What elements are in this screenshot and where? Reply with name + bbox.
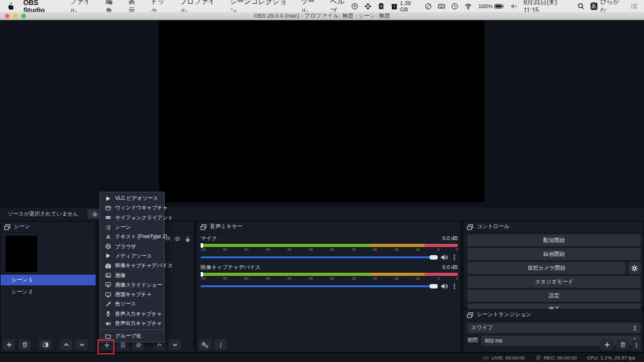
mixer-settings-button[interactable] — [199, 339, 211, 350]
start-virtual-camera-button[interactable]: 仮想カメラ開始 — [467, 262, 626, 274]
preview-canvas[interactable] — [159, 21, 484, 202]
menu-item-media-source[interactable]: メディアソース — [100, 251, 164, 261]
channel-name: 映像キャプチャデバイス — [201, 264, 260, 272]
menu-item-browser[interactable]: ブラウザ — [100, 241, 164, 251]
menu-separator — [101, 329, 164, 330]
scene-up-button[interactable] — [60, 339, 72, 350]
speaker-icon[interactable] — [440, 253, 448, 261]
dropbox-icon[interactable] — [364, 3, 372, 10]
plus-icon — [604, 341, 611, 348]
dots-vertical-icon — [633, 341, 640, 349]
remove-transition-button[interactable] — [616, 339, 629, 350]
menu-item-syphon-client[interactable]: サイフォンクライアント — [100, 213, 164, 222]
volume-icon[interactable] — [510, 3, 518, 10]
search-icon[interactable] — [577, 3, 585, 10]
audio-mixer-dock: 音声ミキサー マイク 0.0 dB -60-55-50-45-40-35-30-… — [196, 221, 461, 353]
transitions-dock-header[interactable]: シーントランジション — [464, 310, 643, 321]
eye-icon[interactable] — [174, 235, 181, 243]
remove-scene-button[interactable] — [18, 339, 31, 350]
rec-status: REC: 00:00:00 — [535, 354, 577, 361]
bin-icon — [391, 3, 398, 10]
do-not-disturb-icon[interactable] — [425, 3, 432, 10]
menu-item-window-capture[interactable]: ウィンドウキャプチャ — [100, 203, 164, 212]
storage-status[interactable]: 1.39 GB — [391, 0, 419, 13]
window-capture-icon — [105, 205, 111, 211]
broadcast-icon — [482, 354, 489, 361]
start-recording-button[interactable]: 録画開始 — [467, 248, 641, 260]
keyboard-icon[interactable] — [438, 3, 445, 10]
channel-options-icon[interactable] — [451, 253, 458, 261]
control-center-icon[interactable] — [630, 3, 638, 10]
mixer-options-button[interactable] — [214, 339, 227, 350]
cpu-status: CPU: 1.1%, 29.97 fps — [587, 355, 635, 361]
volume-slider[interactable] — [201, 285, 438, 287]
display-capture-icon — [105, 292, 111, 298]
image-icon — [105, 272, 111, 278]
status-bar: LIVE: 00:00:00 REC: 00:00:00 CPU: 1.1%, … — [0, 353, 644, 362]
menu-item-audio-input-capture[interactable]: 音声入力キャプチャ — [100, 309, 164, 319]
time-machine-icon[interactable] — [451, 3, 458, 10]
speaker-icon[interactable] — [440, 282, 448, 290]
channel-options-icon[interactable] — [451, 282, 458, 290]
gear-icon — [631, 265, 638, 272]
input-source-badge: あ — [591, 3, 597, 10]
transition-options-button[interactable] — [632, 339, 641, 350]
add-scene-button[interactable] — [3, 339, 15, 350]
volume-meter — [201, 244, 458, 247]
apple-menu-icon[interactable] — [6, 2, 14, 10]
window-title: OBS 29.0.0 (mac) - プロファイル: 無題 - シーン: 無題 — [0, 12, 644, 20]
virtual-camera-settings-button[interactable] — [628, 262, 641, 274]
panel-icon — [467, 224, 474, 231]
slider-handle[interactable] — [430, 255, 438, 260]
volume-slider[interactable] — [201, 256, 438, 258]
audio-output-icon — [105, 321, 111, 327]
clipboard-icon[interactable] — [377, 3, 385, 10]
text-icon — [105, 234, 111, 240]
menu-item-scene[interactable]: シーン — [100, 222, 164, 232]
menu-item-image-slideshow[interactable]: 画像スライドショー — [100, 280, 164, 290]
plus-icon — [6, 341, 13, 348]
scene-down-button[interactable] — [75, 339, 88, 350]
battery-status[interactable]: 100% — [478, 3, 504, 10]
scene-filters-button[interactable] — [39, 339, 52, 350]
trash-icon — [619, 341, 626, 348]
studio-mode-button[interactable]: スタジオモード — [467, 276, 641, 288]
dots-vertical-icon — [218, 341, 224, 349]
add-transition-button[interactable] — [601, 339, 613, 350]
scenes-dock: シーン シーン 1 シーン 2 — [0, 221, 96, 353]
channel-level: 0.0 dB — [442, 235, 458, 243]
menu-item-vlc-video-source[interactable]: VLC ビデオソース — [100, 194, 164, 203]
select-arrows-icon: ▲▼ — [633, 324, 637, 332]
menu-item-color-source[interactable]: 色ソース — [100, 299, 164, 309]
settings-button[interactable]: 設定 — [467, 290, 641, 302]
mixer-channel-mic: マイク 0.0 dB -60-55-50-45-40-35-30-25-20-1… — [201, 235, 458, 261]
scene-item-1[interactable]: シーン 1 — [1, 275, 96, 285]
wifi-icon[interactable] — [464, 3, 472, 10]
controls-dock-header[interactable]: コントロール — [464, 222, 643, 233]
scene-item-2[interactable]: シーン 2 — [1, 287, 96, 297]
lock-icon[interactable] — [184, 236, 191, 243]
source-context-bar: ソースが選択されていません プロパティ — [0, 207, 644, 221]
scene-thumbnail[interactable] — [6, 236, 37, 272]
live-status: LIVE: 00:00:00 — [482, 354, 525, 361]
chevron-up-icon — [63, 341, 70, 348]
scenes-dock-header[interactable]: シーン — [1, 222, 96, 233]
mixer-dock-header[interactable]: 音声ミキサー — [197, 222, 460, 233]
menu-item-display-capture[interactable]: 画面キャプチャ — [100, 290, 164, 299]
transition-select[interactable]: スワイプ ▲▼ — [467, 323, 641, 333]
panel-icon — [4, 224, 11, 231]
peak-indicator — [201, 243, 203, 248]
camera-icon — [105, 263, 111, 269]
meter-scale: -60-55-50-45-40-35-30-25-20-15-10-50 — [201, 248, 458, 252]
menu-item-audio-output-capture[interactable]: 音声出力キャプチャ — [100, 319, 164, 328]
record-icon — [535, 354, 541, 361]
add-source-menu: VLC ビデオソース ウィンドウキャプチャ サイフォンクライアント シーン テキ… — [99, 192, 165, 343]
start-streaming-button[interactable]: 配信開始 — [467, 234, 641, 246]
menu-item-video-capture-device[interactable]: 映像キャプチャデバイス — [100, 261, 164, 270]
menu-item-text-freetype2[interactable]: テキスト (FreeType 2) — [100, 232, 164, 241]
source-down-button[interactable] — [169, 339, 181, 350]
slider-handle[interactable] — [430, 284, 438, 288]
menu-item-image[interactable]: 画像 — [100, 270, 164, 280]
channel-name: マイク — [201, 235, 217, 243]
sync-status-icon[interactable] — [351, 3, 358, 10]
